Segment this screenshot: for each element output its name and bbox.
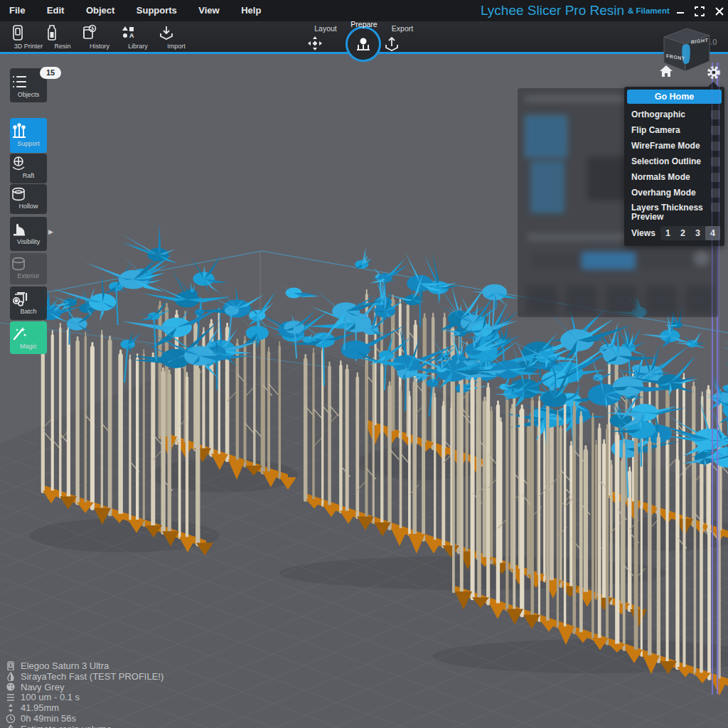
resin-icon <box>44 24 60 41</box>
support-icon <box>10 122 28 140</box>
menu-item-wireframe-mode[interactable]: WireFrame Mode <box>624 138 724 154</box>
gear-icon <box>705 64 722 81</box>
raft-icon <box>10 155 27 172</box>
view-slot-3[interactable]: 3 <box>690 226 705 240</box>
printer-icon <box>6 661 16 670</box>
visibility-expand-arrow[interactable]: ▶ <box>48 228 53 235</box>
go-home-button[interactable]: Go Home <box>627 90 722 104</box>
menu-item-orthographic[interactable]: Orthographic <box>624 107 724 122</box>
menu-file[interactable]: File <box>0 0 34 16</box>
batch-icon <box>10 289 28 308</box>
menu-view[interactable]: View <box>189 0 228 16</box>
sidebar-item-magic[interactable]: Magic <box>10 321 47 354</box>
tab-prepare-label: Prepare <box>348 20 380 28</box>
normals-checkbox[interactable] <box>711 173 720 182</box>
wireframe-checkbox[interactable] <box>711 141 720 151</box>
hollow-icon <box>10 186 27 203</box>
menu-item-overhang-mode[interactable]: Overhang Mode <box>624 185 724 200</box>
close-button[interactable] <box>713 5 726 18</box>
resin-settings-button[interactable]: Resin <box>44 24 81 53</box>
app-title: Lychee Slicer Pro Resin& Filament <box>481 3 670 18</box>
resin-drop-icon <box>6 672 16 681</box>
estimate-resin-volume-link[interactable]: Estimate resin volume <box>21 724 112 728</box>
prepare-support-icon <box>354 35 373 53</box>
library-icon: A <box>119 24 136 41</box>
history-button[interactable]: History <box>81 24 118 53</box>
menu-supports[interactable]: Supports <box>127 0 186 16</box>
menu-item-layers-thickness[interactable]: Layers Thickness Preview <box>624 200 724 225</box>
status-printer: Elegoo Saturn 3 Ultra <box>6 660 164 671</box>
minimize-button[interactable] <box>674 5 687 18</box>
flip-camera-checkbox[interactable] <box>711 126 720 135</box>
selection-outline-checkbox[interactable] <box>711 157 720 166</box>
sidebar-item-visibility[interactable]: Visibility ▶ <box>10 217 47 251</box>
tab-export[interactable]: Export <box>382 24 422 53</box>
status-print-height: 41.95mm <box>6 702 164 713</box>
status-layer-settings: 100 um - 0.1 s <box>6 692 164 702</box>
printer-settings-button[interactable]: 3D Printer <box>10 24 47 53</box>
history-icon <box>81 24 98 41</box>
volume-drop-icon <box>6 724 16 728</box>
view-options-menu: Go Home Orthographic Flip Camera WireFra… <box>624 87 724 246</box>
maximize-icon <box>695 6 705 16</box>
view-slot-4[interactable]: 4 <box>705 226 720 240</box>
tab-layout[interactable]: Layout <box>306 24 346 53</box>
menu-notch <box>708 82 718 87</box>
export-icon <box>382 34 401 53</box>
maximize-button[interactable] <box>693 5 706 18</box>
exterior-icon <box>10 255 27 272</box>
view-slot-2[interactable]: 2 <box>675 226 690 240</box>
menu-item-normals-mode[interactable]: Normals Mode <box>624 169 724 185</box>
import-button[interactable]: Import <box>158 24 195 53</box>
sidebar-item-batch[interactable]: Batch <box>10 287 47 320</box>
status-resin-profile: SirayaTech Fast (TEST PROFILE!) <box>6 671 164 682</box>
import-icon <box>158 24 175 41</box>
orthographic-checkbox[interactable] <box>711 110 720 119</box>
menu-item-flip-camera[interactable]: Flip Camera <box>624 122 724 138</box>
overhang-checkbox[interactable] <box>711 188 720 198</box>
svg-text:A: A <box>129 32 134 39</box>
magic-wand-icon <box>10 324 28 343</box>
menu-help[interactable]: Help <box>232 0 270 16</box>
height-arrows-icon <box>6 703 16 712</box>
sidebar-item-support[interactable]: Support <box>10 118 47 153</box>
library-button[interactable]: A Library <box>119 24 156 53</box>
menu-item-views: Views 1 2 3 4 <box>624 225 724 242</box>
clock-icon <box>6 714 16 723</box>
sidebar-item-hollow[interactable]: Hollow <box>10 184 47 214</box>
tab-prepare[interactable] <box>346 26 381 62</box>
objects-count-badge: 15 <box>40 67 61 79</box>
view-slot-1[interactable]: 1 <box>660 226 675 240</box>
home-icon <box>658 64 674 78</box>
app-title-suffix: & Filament <box>628 6 670 15</box>
status-volume: Estimate resin volume <box>6 724 164 728</box>
status-resin-color: Navy Grey <box>6 682 164 692</box>
status-bar: Elegoo Saturn 3 Ultra SirayaTech Fast (T… <box>6 660 164 728</box>
sidebar-item-raft[interactable]: Raft <box>10 154 47 183</box>
minimize-icon <box>675 6 685 16</box>
layers-thickness-checkbox[interactable] <box>711 203 720 212</box>
3d-printer-icon <box>10 24 26 41</box>
view-settings-button[interactable] <box>705 64 722 81</box>
close-icon <box>714 6 724 16</box>
layout-move-icon <box>306 34 324 53</box>
objects-list-icon <box>10 73 28 91</box>
status-print-time: 0h 49min 56s <box>6 713 164 724</box>
layers-icon <box>6 692 16 702</box>
menu-item-selection-outline[interactable]: Selection Outline <box>624 154 724 169</box>
menu-edit[interactable]: Edit <box>38 0 74 16</box>
menu-object[interactable]: Object <box>77 0 124 16</box>
color-palette-icon <box>6 682 16 691</box>
sidebar-item-exterior[interactable]: Exterior <box>10 253 47 284</box>
visibility-icon <box>10 220 27 238</box>
camera-home-button[interactable] <box>658 64 674 78</box>
